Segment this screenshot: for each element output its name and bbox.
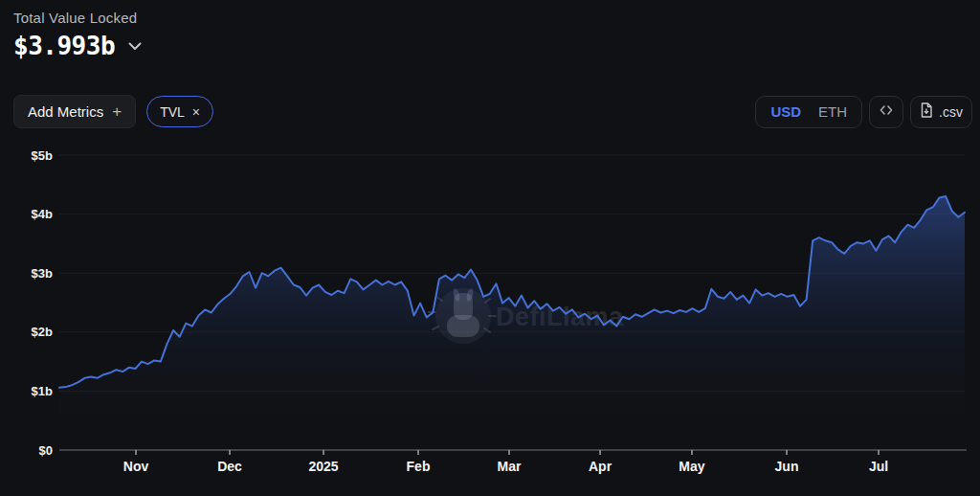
currency-toggle: USD ETH — [755, 96, 862, 128]
page-title: Total Value Locked — [13, 10, 142, 26]
svg-text:$3b: $3b — [32, 266, 53, 281]
plus-icon: + — [112, 102, 122, 122]
metric-chip-tvl[interactable]: TVL × — [146, 96, 213, 127]
tvl-value-dropdown[interactable]: $3.993b — [13, 32, 142, 60]
svg-text:$0: $0 — [39, 443, 53, 458]
svg-text:Jun: Jun — [775, 459, 799, 474]
chart-toolbar: Add Metrics + TVL × USD ETH .c — [0, 94, 980, 129]
svg-text:May: May — [679, 459, 704, 474]
svg-text:Dec: Dec — [217, 459, 242, 474]
chevron-down-icon[interactable] — [128, 42, 142, 51]
tvl-series-area — [59, 196, 965, 450]
code-icon — [879, 103, 894, 120]
svg-text:$2b: $2b — [32, 325, 53, 339]
tvl-area-chart[interactable]: DefiLlama $0$1b$2b$3b$4b$5bNovDec2025Feb… — [0, 142, 980, 496]
svg-text:Jul: Jul — [869, 459, 888, 474]
tvl-value: $3.993b — [13, 32, 115, 60]
metric-chip-label: TVL — [160, 104, 185, 120]
svg-text:Mar: Mar — [498, 459, 522, 474]
currency-option-usd[interactable]: USD — [762, 103, 810, 120]
csv-button-label: .csv — [939, 104, 963, 120]
svg-text:Apr: Apr — [589, 459, 612, 474]
close-icon[interactable]: × — [192, 104, 200, 120]
svg-text:$5b: $5b — [32, 148, 53, 163]
currency-option-eth[interactable]: ETH — [810, 103, 856, 120]
csv-file-icon — [920, 102, 933, 121]
svg-text:$1b: $1b — [32, 384, 53, 398]
svg-text:Feb: Feb — [407, 459, 431, 474]
tvl-header: Total Value Locked $3.993b — [13, 10, 142, 60]
chart-axes — [59, 450, 967, 455]
add-metrics-button[interactable]: Add Metrics + — [13, 95, 136, 128]
svg-text:2025: 2025 — [308, 459, 338, 474]
embed-code-button[interactable] — [869, 96, 903, 128]
svg-text:Nov: Nov — [123, 459, 149, 474]
download-csv-button[interactable]: .csv — [910, 96, 972, 128]
svg-text:$4b: $4b — [32, 207, 53, 221]
add-metrics-label: Add Metrics — [28, 103, 103, 120]
